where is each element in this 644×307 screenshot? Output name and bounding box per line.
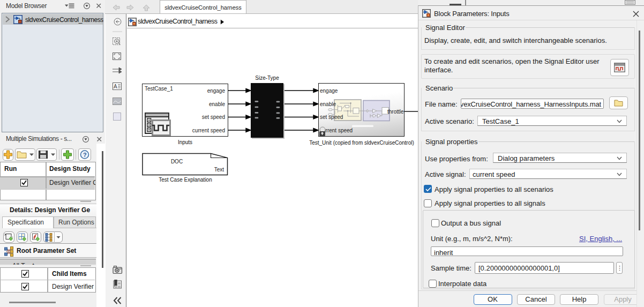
svg-text:?: ? — [83, 152, 87, 158]
